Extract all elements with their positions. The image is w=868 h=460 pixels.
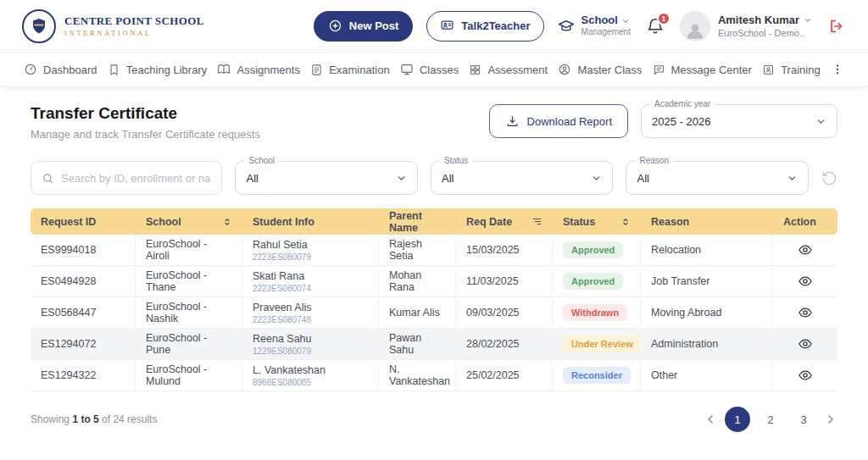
view-details-button[interactable]	[798, 336, 813, 352]
nav-item-teaching-library[interactable]: Teaching Library	[108, 64, 207, 76]
search-input[interactable]	[61, 172, 211, 185]
nav-item-examination[interactable]: Examination	[310, 64, 390, 76]
chevron-right-icon	[824, 413, 837, 426]
results-summary-prefix: Showing	[31, 413, 70, 425]
notification-count-badge: 1	[657, 12, 670, 25]
avatar	[680, 11, 710, 42]
table-row: ES9994018 EuroSchool - Airoli Rahul Seti…	[31, 235, 837, 266]
reason-filter-label: Reason	[635, 156, 672, 165]
reason-filter-select[interactable]: Reason All	[626, 161, 809, 195]
filter-bar: School All Status All Reason All	[31, 161, 837, 195]
school-filter-select[interactable]: School All	[235, 161, 418, 195]
page-subtitle: Manage and track Transfer Certificate re…	[31, 128, 260, 141]
col-label: Student Info	[253, 216, 314, 228]
page-button-1[interactable]: 1	[725, 407, 750, 432]
filter-icon[interactable]	[531, 216, 542, 227]
col-header-school[interactable]: School	[136, 208, 242, 235]
status-badge: Under Review	[563, 335, 642, 352]
cell-action	[773, 235, 837, 266]
reset-filters-button[interactable]	[821, 170, 837, 186]
table-footer: Showing 1 to 5 of 24 results 1 2 3	[31, 407, 837, 432]
status-filter-value: All	[442, 172, 453, 185]
header-actions: New Post Talk2Teacher School Management …	[314, 11, 846, 42]
nav-overflow-menu[interactable]	[831, 63, 844, 76]
cell-reason: Other	[641, 360, 773, 391]
cell-action	[773, 266, 837, 297]
nav-item-assessment[interactable]: Assessment	[469, 64, 548, 76]
cell-school: EuroSchool - Nashik	[136, 297, 242, 329]
chevron-down-icon	[787, 173, 798, 184]
status-filter-select[interactable]: Status All	[431, 161, 614, 195]
nav-item-classes[interactable]: Classes	[400, 63, 459, 76]
col-label: School	[146, 216, 181, 228]
monitor-icon	[400, 63, 414, 76]
next-page-button[interactable]	[824, 413, 837, 426]
sort-icon[interactable]	[222, 217, 232, 227]
chevron-down-icon	[591, 173, 602, 184]
nav-item-training[interactable]: Training	[762, 64, 820, 76]
cell-reason: Job Transfer	[641, 266, 773, 297]
view-details-button[interactable]	[798, 274, 813, 289]
notifications-button[interactable]: 1	[646, 17, 665, 36]
page-button-3[interactable]: 3	[791, 407, 816, 432]
document-lines-icon	[310, 64, 323, 76]
col-label: Request ID	[41, 216, 96, 228]
view-details-button[interactable]	[798, 242, 813, 258]
col-label: Req Date	[466, 216, 512, 228]
prev-page-button[interactable]	[704, 413, 717, 426]
col-header-action: Action	[773, 208, 837, 235]
col-header-reason: Reason	[641, 208, 773, 235]
col-label: Reason	[651, 216, 689, 228]
user-name: Amitesh Kumar	[718, 14, 799, 26]
col-header-status[interactable]: Status	[553, 208, 641, 235]
cell-reason: Moving Abroad	[641, 297, 773, 329]
status-badge: Approved	[563, 241, 623, 258]
view-details-button[interactable]	[798, 368, 813, 383]
school-management-menu[interactable]: School Management	[558, 14, 631, 36]
nav-item-assignments[interactable]: Assignments	[217, 63, 299, 76]
chevron-down-icon	[804, 16, 812, 25]
logout-button[interactable]	[827, 17, 846, 36]
cell-student-info: L. Vankateshan 8968ES080085	[242, 360, 379, 391]
grid-icon	[469, 64, 481, 76]
school-menu-sublabel: Management	[581, 27, 631, 37]
cell-request-id: ES0568447	[31, 297, 136, 329]
user-menu[interactable]: Amitesh Kumar EuroSchool - Demo..	[680, 11, 812, 42]
cell-req-date: 11/03/2025	[456, 266, 553, 297]
nav-item-dashboard[interactable]: Dashboard	[24, 63, 97, 76]
cell-status: Reconsider	[553, 360, 641, 391]
nav-item-message-center[interactable]: Message Center	[653, 64, 752, 76]
col-header-req-date[interactable]: Req Date	[456, 208, 553, 235]
cell-status: Withdrawn	[553, 297, 641, 329]
open-book-icon	[217, 63, 231, 76]
cell-req-date: 25/02/2025	[456, 360, 553, 391]
cell-student-info: Praveen Alis 2223ES080748	[242, 297, 379, 329]
table-row: ES0568447 EuroSchool - Nashik Praveen Al…	[31, 297, 837, 329]
student-enrollment-id: 2223ES080074	[253, 284, 368, 293]
cell-status: Under Review	[553, 329, 641, 360]
chevron-left-icon	[704, 413, 717, 426]
cell-school: EuroSchool - Thane	[136, 266, 242, 297]
nav-item-master-class[interactable]: Master Class	[558, 63, 642, 76]
cell-request-id: ES0494928	[31, 266, 136, 297]
student-enrollment-id: 2223ES080748	[253, 315, 368, 324]
view-details-button[interactable]	[798, 305, 813, 320]
cell-req-date: 15/03/2025	[456, 235, 553, 266]
transfer-certificate-table: Request ID School Student Info Parent Na…	[31, 208, 837, 391]
bookmark-icon	[108, 64, 120, 76]
page-button-2[interactable]: 2	[758, 407, 783, 432]
school-menu-text: School Management	[581, 14, 631, 36]
cell-action	[773, 360, 837, 391]
col-header-request-id: Request ID	[31, 208, 136, 235]
col-label: Parent Name	[389, 210, 422, 234]
nav-label: Classes	[420, 64, 459, 76]
cell-school: EuroSchool - Mulund	[136, 360, 242, 391]
academic-year-select[interactable]: Academic year 2025 - 2026	[641, 104, 837, 138]
new-post-button[interactable]: New Post	[314, 11, 414, 42]
talk2teacher-button[interactable]: Talk2Teacher	[426, 11, 543, 42]
download-report-button[interactable]: Download Report	[489, 104, 628, 138]
school-brand: CENTRE POINT SCHOOL INTERNATIONAL	[22, 9, 204, 43]
sort-icon[interactable]	[620, 217, 631, 227]
eye-icon	[798, 274, 813, 289]
results-summary: Showing 1 to 5 of 24 results	[31, 413, 157, 425]
